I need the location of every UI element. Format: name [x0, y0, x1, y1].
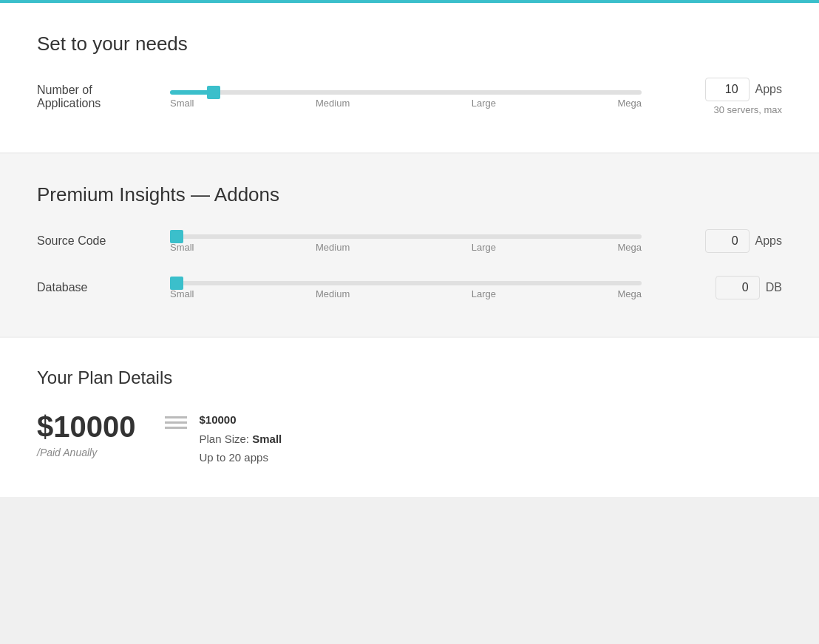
database-range-input[interactable]: [170, 281, 642, 285]
source-code-label-mega: Mega: [617, 242, 642, 253]
applications-label-medium: Medium: [316, 98, 350, 109]
applications-range-input[interactable]: [170, 90, 642, 95]
applications-slider-wrapper[interactable]: [170, 84, 642, 98]
plan-info: $10000 Plan Size: Small Up to 20 apps: [165, 410, 282, 467]
database-label-small: Small: [170, 288, 194, 299]
applications-label-mega: Mega: [617, 98, 642, 109]
section-needs: Set to your needs Number of Applications…: [0, 3, 819, 152]
plan-line-3: [165, 427, 187, 429]
page-container: Set to your needs Number of Applications…: [0, 3, 819, 497]
database-label-medium: Medium: [316, 288, 350, 299]
database-slider-container: Small Medium Large Mega: [170, 275, 642, 299]
database-value-box[interactable]: 0: [716, 276, 760, 299]
section-addons-title: Premium Insights — Addons: [37, 183, 782, 206]
source-code-slider-container: Small Medium Large Mega: [170, 228, 642, 253]
source-code-slider-row: Source Code Small Medium Large Mega 0 Ap…: [37, 228, 782, 253]
database-unit: DB: [766, 281, 782, 294]
source-code-label-small: Small: [170, 242, 194, 253]
plan-details-text: $10000 Plan Size: Small Up to 20 apps: [199, 410, 282, 467]
source-code-range-input[interactable]: [170, 234, 642, 239]
source-code-unit: Apps: [755, 234, 782, 248]
source-code-slider-wrapper[interactable]: [170, 228, 642, 242]
applications-subtext: 30 servers, max: [714, 104, 782, 115]
plan-capacity: Up to 20 apps: [199, 448, 282, 467]
database-slider-labels: Small Medium Large Mega: [170, 288, 642, 299]
database-slider-row: Database Small Medium Large Mega 0 DB: [37, 275, 782, 299]
applications-unit: Apps: [755, 83, 782, 96]
plan-price-ref: $10000: [199, 410, 282, 430]
section-needs-title: Set to your needs: [37, 33, 782, 55]
applications-slider-labels: Small Medium Large Mega: [170, 98, 642, 109]
plan-title: Your Plan Details: [37, 367, 782, 388]
applications-label-large: Large: [472, 98, 496, 109]
database-label-large: Large: [472, 288, 496, 299]
database-label-mega: Mega: [617, 288, 642, 299]
database-value-row: 0 DB: [716, 276, 782, 299]
plan-line-2: [165, 421, 187, 424]
plan-size-value: Small: [252, 433, 282, 445]
applications-value-box[interactable]: 10: [705, 78, 750, 101]
source-code-label-large: Large: [472, 242, 496, 253]
applications-value-block: 10 Apps 30 servers, max: [664, 78, 782, 115]
plan-content: $10000 /Paid Anually $10000 Plan Size: S…: [37, 410, 782, 467]
plan-size-line: Plan Size: Small: [199, 430, 282, 449]
section-plan: Your Plan Details $10000 /Paid Anually $…: [0, 338, 819, 497]
applications-label: Number of Applications: [37, 84, 170, 110]
source-code-value-row: 0 Apps: [705, 229, 782, 253]
plan-price-block: $10000 /Paid Anually: [37, 410, 135, 458]
source-code-label: Source Code: [37, 234, 170, 248]
plan-lines-icon: [165, 410, 187, 429]
applications-label-small: Small: [170, 98, 194, 109]
plan-price: $10000: [37, 410, 135, 444]
applications-value-row: 10 Apps: [705, 78, 782, 101]
plan-period: /Paid Anually: [37, 447, 135, 458]
applications-slider-row: Number of Applications Small Medium Larg…: [37, 78, 782, 115]
section-addons: Premium Insights — Addons Source Code Sm…: [0, 154, 819, 336]
database-value-block: 0 DB: [664, 276, 782, 299]
database-slider-wrapper[interactable]: [170, 275, 642, 288]
source-code-value-box[interactable]: 0: [705, 229, 750, 253]
applications-slider-container: Small Medium Large Mega: [170, 84, 642, 109]
plan-line-1: [165, 416, 187, 418]
source-code-slider-labels: Small Medium Large Mega: [170, 242, 642, 253]
source-code-label-medium: Medium: [316, 242, 350, 253]
database-label: Database: [37, 281, 170, 294]
source-code-value-block: 0 Apps: [664, 229, 782, 253]
